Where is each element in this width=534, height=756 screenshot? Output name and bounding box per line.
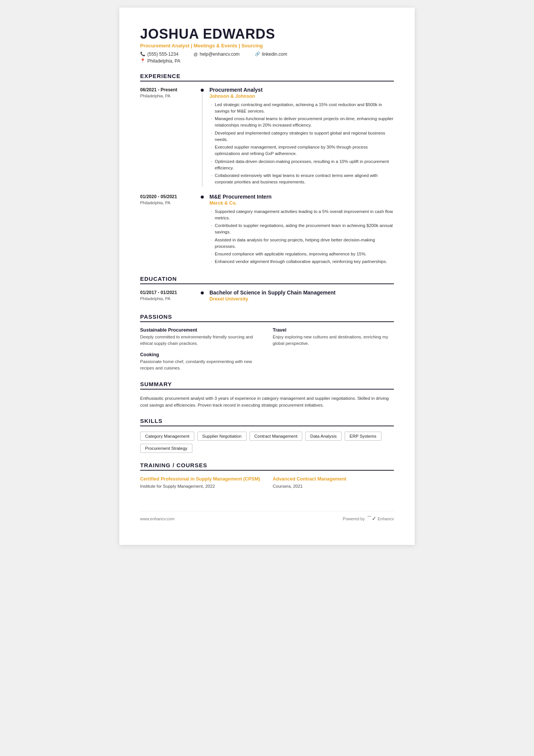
skills-container: Category ManagementSupplier NegotiationC…	[140, 432, 394, 453]
edu-content: Bachelor of Science in Supply Chain Mana…	[206, 290, 394, 304]
candidate-name: JOSHUA EDWARDS	[140, 27, 394, 42]
enhancv-logo: ⌒✓ Enhancv	[367, 515, 394, 522]
skills-section: SKILLS Category ManagementSupplier Negot…	[140, 418, 394, 453]
passion-title: Sustainable Procurement	[140, 327, 261, 333]
training-item: Certified Professional in Supply Managem…	[140, 476, 261, 488]
training-title: Certified Professional in Supply Managem…	[140, 476, 261, 483]
passions-section: PASSIONS Sustainable Procurement Deeply …	[140, 313, 394, 372]
education-section: EDUCATION 01/2017 - 01/2021 Philadelphia…	[140, 275, 394, 304]
phone-contact: 📞 (555) 555-1234	[140, 52, 178, 57]
exp-company: Merck & Co.	[209, 200, 394, 206]
exp-dot-col	[199, 87, 206, 187]
page-footer: www.enhancv.com Powered by ⌒✓ Enhancv	[140, 511, 394, 522]
exp-bullet: Led strategic contracting and negotiatio…	[209, 102, 394, 115]
exp-bullet: Optimized data-driven decision-making pr…	[209, 158, 394, 172]
footer-url: www.enhancv.com	[140, 517, 175, 521]
powered-by-label: Powered by	[343, 517, 365, 521]
summary-text: Enthusiastic procurement analyst with 3 …	[140, 395, 394, 409]
exp-job-title: Procurement Analyst	[209, 87, 394, 93]
training-item: Advanced Contract Management Coursera, 2…	[273, 476, 394, 488]
edu-dot	[201, 291, 204, 294]
location-contact: 📍 Philadelphia, PA	[140, 58, 394, 64]
exp-location: Philadelphia, PA	[140, 200, 199, 205]
skill-badge: Procurement Strategy	[140, 444, 192, 453]
skill-badge: Contract Management	[250, 432, 303, 441]
summary-section: SUMMARY Enthusiastic procurement analyst…	[140, 381, 394, 409]
email-icon: @	[194, 52, 198, 56]
passions-section-title: PASSIONS	[140, 313, 394, 322]
passion-item: Cooking Passionate home chef, constantly…	[140, 352, 261, 372]
enhancv-brand-name: Enhancv	[378, 517, 394, 521]
passion-item: Sustainable Procurement Deeply committed…	[140, 327, 261, 347]
skill-badge: Data Analysis	[305, 432, 342, 441]
exp-location: Philadelphia, PA	[140, 94, 199, 98]
training-section-title: TRAINING / COURSES	[140, 462, 394, 471]
skill-badge: Supplier Negotiation	[197, 432, 247, 441]
exp-bullet: Managed cross-functional teams to delive…	[209, 116, 394, 129]
exp-bullet: Enhanced vendor alignment through collab…	[209, 258, 394, 265]
email-value: help@enhancv.com	[200, 52, 239, 57]
enhancv-logo-icon: ⌒✓	[367, 515, 376, 522]
exp-bullet: Collaborated extensively with legal team…	[209, 172, 394, 186]
experience-item: 06/2021 - Present Philadelphia, PA Procu…	[140, 87, 394, 187]
passion-desc: Passionate home chef, constantly experim…	[140, 358, 261, 372]
exp-date: 01/2020 - 05/2021	[140, 194, 199, 199]
training-grid: Certified Professional in Supply Managem…	[140, 476, 394, 488]
exp-date-col: 06/2021 - Present Philadelphia, PA	[140, 87, 199, 187]
education-list: 01/2017 - 01/2021 Philadelphia, PA Bache…	[140, 290, 394, 304]
exp-bullet: Developed and implemented category strat…	[209, 130, 394, 143]
education-section-title: EDUCATION	[140, 275, 394, 284]
header-contacts: 📞 (555) 555-1234 @ help@enhancv.com 🔗 li…	[140, 52, 394, 57]
training-title: Advanced Contract Management	[273, 476, 394, 483]
location-icon: 📍	[140, 58, 145, 63]
summary-section-title: SUMMARY	[140, 381, 394, 390]
exp-date-col: 01/2020 - 05/2021 Philadelphia, PA	[140, 194, 199, 266]
exp-content: M&E Procurement Intern Merck & Co. Suppo…	[206, 194, 394, 266]
edu-location: Philadelphia, PA	[140, 296, 199, 301]
exp-bullets: Supported category management activities…	[209, 208, 394, 265]
exp-dot-col	[199, 194, 206, 266]
experience-list: 06/2021 - Present Philadelphia, PA Procu…	[140, 87, 394, 266]
exp-dot	[201, 196, 204, 199]
edu-date: 01/2017 - 01/2021	[140, 290, 199, 295]
exp-company: Johnson & Johnson	[209, 94, 394, 99]
experience-section-title: EXPERIENCE	[140, 73, 394, 81]
linkedin-icon: 🔗	[255, 52, 260, 56]
email-contact: @ help@enhancv.com	[194, 52, 240, 57]
edu-date-col: 01/2017 - 01/2021 Philadelphia, PA	[140, 290, 199, 304]
exp-bullet: Executed supplier management, improved c…	[209, 144, 394, 157]
exp-line	[202, 93, 203, 187]
linkedin-value: linkedin.com	[262, 52, 287, 57]
passion-item: Travel Enjoy exploring new cultures and …	[273, 327, 394, 347]
exp-bullet: Contributed to supplier negotiations, ai…	[209, 222, 394, 236]
resume-page: JOSHUA EDWARDS Procurement Analyst | Mee…	[119, 8, 415, 545]
candidate-subtitle: Procurement Analyst | Meetings & Events …	[140, 43, 394, 49]
exp-job-title: M&E Procurement Intern	[209, 194, 394, 200]
exp-bullets: Led strategic contracting and negotiatio…	[209, 102, 394, 186]
training-sub: Institute for Supply Management, 2022	[140, 484, 261, 488]
passion-title: Cooking	[140, 352, 261, 357]
passions-grid: Sustainable Procurement Deeply committed…	[140, 327, 394, 372]
education-item: 01/2017 - 01/2021 Philadelphia, PA Bache…	[140, 290, 394, 304]
training-sub: Coursera, 2021	[273, 484, 394, 488]
exp-bullet: Supported category management activities…	[209, 208, 394, 222]
exp-bullet: Ensured compliance with applicable regul…	[209, 251, 394, 257]
skill-badge: Category Management	[140, 432, 194, 441]
training-section: TRAINING / COURSES Certified Professiona…	[140, 462, 394, 488]
phone-value: (555) 555-1234	[147, 52, 178, 57]
exp-date: 06/2021 - Present	[140, 87, 199, 92]
exp-dot	[201, 89, 204, 92]
passion-desc: Deeply committed to environmentally frie…	[140, 334, 261, 347]
skills-section-title: SKILLS	[140, 418, 394, 426]
passion-desc: Enjoy exploring new cultures and destina…	[273, 334, 394, 347]
edu-school: Drexel University	[209, 296, 394, 302]
experience-item: 01/2020 - 05/2021 Philadelphia, PA M&E P…	[140, 194, 394, 266]
edu-dot-col	[199, 290, 206, 304]
exp-content: Procurement Analyst Johnson & Johnson Le…	[206, 87, 394, 187]
edu-degree: Bachelor of Science in Supply Chain Mana…	[209, 290, 394, 296]
header: JOSHUA EDWARDS Procurement Analyst | Mee…	[140, 27, 394, 64]
phone-icon: 📞	[140, 52, 145, 56]
skill-badge: ERP Systems	[345, 432, 381, 441]
footer-powered: Powered by ⌒✓ Enhancv	[343, 515, 394, 522]
experience-section: EXPERIENCE 06/2021 - Present Philadelphi…	[140, 73, 394, 266]
